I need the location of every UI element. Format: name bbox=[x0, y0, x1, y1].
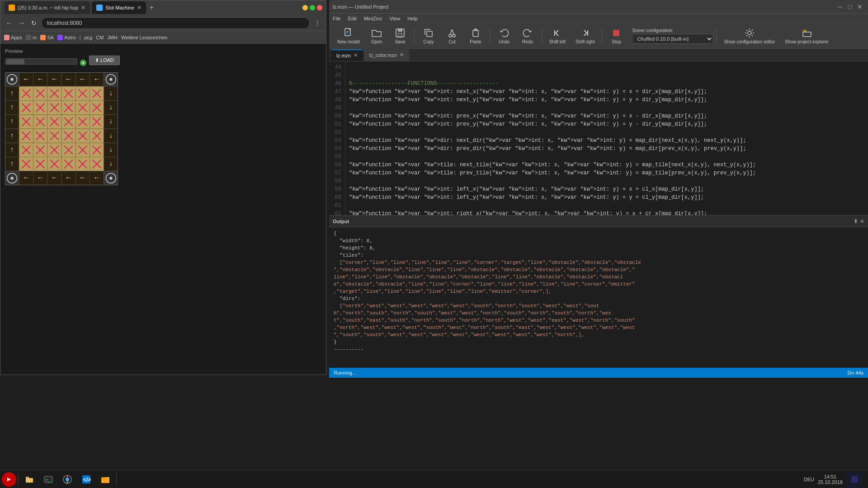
taskbar-files-button[interactable] bbox=[20, 471, 38, 488]
bookmark-jmh[interactable]: JMH bbox=[107, 35, 118, 40]
save-button[interactable]: Save bbox=[389, 26, 411, 46]
shift-right-button[interactable]: Shift right bbox=[571, 26, 599, 46]
bookmark-weitere[interactable]: Weitere Lesezeichen bbox=[121, 35, 168, 40]
solver-config: Solver configuration: Chuffed 0.10.0 [bu… bbox=[632, 28, 713, 44]
taskbar-terminal-button[interactable]: >_ bbox=[39, 471, 57, 488]
minimize-button[interactable] bbox=[302, 5, 308, 10]
tab-lz-color-mzn[interactable]: lz_color.mzn ✕ bbox=[364, 49, 409, 61]
forward-button[interactable]: → bbox=[17, 19, 27, 28]
bookmark-sa-label: SA bbox=[47, 35, 54, 40]
taskbar-separator bbox=[18, 473, 19, 486]
tab-lz-mzn[interactable]: lz.mzn ✕ bbox=[331, 49, 363, 61]
menu-help[interactable]: Help bbox=[407, 16, 418, 21]
output-close-button[interactable]: ✕ bbox=[860, 218, 864, 225]
status-indicator: ● bbox=[80, 60, 86, 66]
taskbar-vscode-button[interactable]: </> bbox=[77, 471, 95, 488]
bookmark-sa[interactable]: SA bbox=[40, 35, 54, 40]
preview-label: Preview bbox=[5, 48, 23, 54]
redo-button[interactable]: Redo bbox=[516, 26, 539, 46]
astro-icon bbox=[57, 35, 63, 40]
svg-rect-15 bbox=[613, 30, 619, 36]
ide-close-button[interactable]: ✕ bbox=[855, 3, 864, 10]
tab-lz-mzn-close[interactable]: ✕ bbox=[354, 52, 358, 58]
show-project-icon bbox=[802, 28, 812, 38]
save-icon bbox=[395, 28, 406, 38]
taskbar: >_ </> DEU 14:51 25.10.2018 bbox=[0, 470, 868, 488]
explorer-icon bbox=[100, 474, 110, 484]
bookmark-astro-label: Astro bbox=[64, 35, 76, 40]
shift-right-icon bbox=[580, 28, 590, 38]
menu-button[interactable]: ⋮ bbox=[312, 19, 322, 28]
svg-rect-6 bbox=[427, 31, 432, 37]
open-button[interactable]: Open bbox=[365, 26, 388, 46]
chrome-icon bbox=[62, 474, 72, 484]
address-bar[interactable]: localhost:8080 bbox=[41, 17, 310, 29]
svg-rect-33 bbox=[851, 476, 858, 483]
bookmark-pcg[interactable]: pcg bbox=[84, 35, 92, 40]
menu-file[interactable]: File bbox=[333, 16, 341, 21]
taskbar-explorer-button[interactable] bbox=[96, 471, 114, 488]
open-icon bbox=[371, 28, 382, 38]
maximize-button[interactable] bbox=[310, 5, 315, 10]
back-button[interactable]: ← bbox=[4, 19, 14, 28]
shift-left-button[interactable]: Shift left bbox=[545, 26, 570, 46]
output-status-bar: Running... 2m 44s bbox=[329, 368, 868, 378]
new-model-button[interactable]: New model bbox=[333, 26, 364, 46]
svg-rect-18 bbox=[803, 32, 811, 37]
output-controls: ⬆ ✕ bbox=[854, 218, 864, 225]
code-content[interactable]: %-----------------FUNCTIONS-------------… bbox=[345, 61, 868, 215]
bookmark-m-label: m bbox=[33, 35, 37, 40]
svg-rect-11 bbox=[473, 30, 478, 37]
output-content[interactable]: { "width": 8, "height": 8, "tiles": ["co… bbox=[329, 227, 868, 368]
paste-icon bbox=[470, 28, 481, 38]
save-label: Save bbox=[395, 39, 406, 44]
close-button[interactable] bbox=[317, 5, 322, 10]
start-icon bbox=[5, 475, 13, 483]
svg-text:</>: </> bbox=[83, 477, 91, 483]
ide-minimize-button[interactable]: ─ bbox=[836, 3, 844, 10]
new-tab-button[interactable]: + bbox=[148, 2, 156, 14]
scroll-container[interactable] bbox=[5, 58, 77, 65]
undo-button[interactable]: Undo bbox=[493, 26, 515, 46]
bookmark-apps[interactable]: Apps bbox=[4, 35, 22, 40]
browser-tab-slot[interactable]: Slot Machine ✕ bbox=[92, 1, 146, 14]
tab-lz-color-mzn-close[interactable]: ✕ bbox=[400, 52, 404, 58]
show-project-label: Show project explorer bbox=[785, 39, 829, 44]
menu-edit[interactable]: Edit bbox=[348, 16, 357, 21]
browser-tab-lofi[interactable]: (25) 3:30 a.m. ~ lofi hip hop ✕ bbox=[4, 1, 90, 14]
undo-icon bbox=[499, 28, 509, 38]
notification-icon bbox=[850, 475, 859, 483]
bookmark-m[interactable]: m bbox=[26, 35, 37, 40]
paste-button[interactable]: Paste bbox=[464, 26, 487, 46]
tab-close-slot[interactable]: ✕ bbox=[137, 5, 142, 11]
show-project-button[interactable]: Show project explorer bbox=[780, 26, 833, 46]
output-expand-button[interactable]: ⬆ bbox=[854, 218, 858, 225]
toolbar-separator-4 bbox=[602, 28, 602, 44]
menu-view[interactable]: View bbox=[390, 16, 401, 21]
output-title: Output bbox=[333, 219, 349, 224]
stop-button[interactable]: Stop bbox=[605, 26, 627, 46]
cut-button[interactable]: Cut bbox=[441, 26, 463, 46]
browser-window: (25) 3:30 a.m. ~ lofi hip hop ✕ Slot Mac… bbox=[0, 0, 326, 375]
tab-label-slot: Slot Machine bbox=[105, 5, 134, 10]
browser-titlebar: (25) 3:30 a.m. ~ lofi hip hop ✕ Slot Mac… bbox=[0, 0, 326, 15]
ide-maximize-button[interactable]: □ bbox=[846, 3, 854, 10]
redo-icon bbox=[522, 28, 533, 38]
copy-button[interactable]: Copy bbox=[417, 26, 440, 46]
slot-machine-container: Preview ● ⬆ LOAD bbox=[0, 44, 326, 190]
bookmark-astro[interactable]: Astro bbox=[57, 35, 76, 40]
show-config-button[interactable]: Show configuration editor bbox=[719, 26, 779, 46]
tab-favicon-slot bbox=[96, 5, 103, 11]
ide-toolbar: New model Open Save Copy bbox=[329, 23, 868, 49]
tab-close-lofi[interactable]: ✕ bbox=[81, 5, 85, 11]
bookmark-cm[interactable]: CM bbox=[96, 35, 104, 40]
code-editor: 4445464748495051525354555657585960616263… bbox=[329, 61, 868, 215]
svg-rect-31 bbox=[101, 477, 105, 479]
start-button[interactable] bbox=[2, 472, 16, 487]
menu-minizinc[interactable]: MiniZinc bbox=[364, 16, 382, 21]
solver-select[interactable]: Chuffed 0.10.0 [built-in] bbox=[632, 34, 713, 44]
taskbar-chrome-button[interactable] bbox=[58, 471, 76, 488]
load-button[interactable]: ⬆ LOAD bbox=[89, 56, 120, 65]
output-panel: Output ⬆ ✕ { "width": 8, "height": 8, "t… bbox=[329, 215, 868, 378]
refresh-button[interactable]: ↻ bbox=[29, 19, 38, 28]
